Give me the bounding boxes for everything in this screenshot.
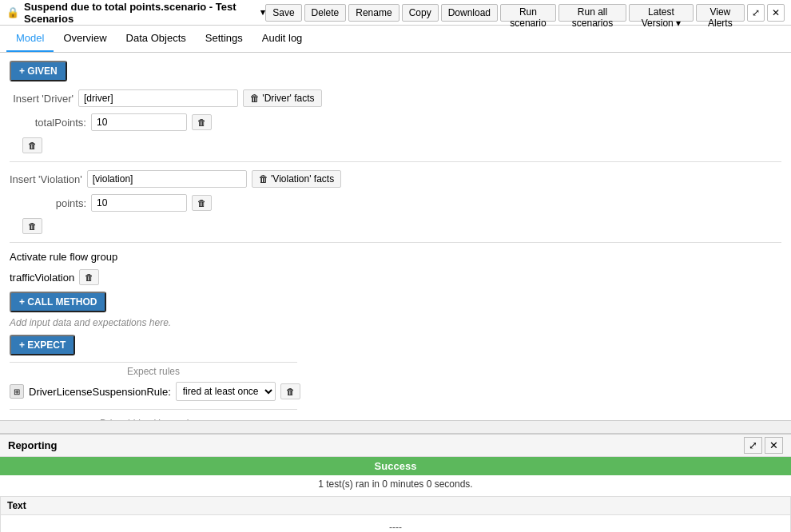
run-all-scenarios-button[interactable]: Run all scenarios: [558, 4, 626, 22]
points-input[interactable]: [91, 194, 187, 212]
insert-driver-row: Insert 'Driver' 🗑 'Driver' facts: [10, 89, 781, 107]
insert-driver-input[interactable]: [78, 89, 238, 107]
report-table-header: Text: [1, 497, 791, 515]
expand-button[interactable]: ⤢: [747, 4, 765, 22]
report-table: Text ----: [0, 496, 791, 532]
total-points-label: totalPoints:: [22, 117, 86, 129]
page-title: Suspend due to total points.scenario - T…: [24, 1, 256, 25]
points-delete-button[interactable]: 🗑: [192, 195, 212, 211]
copy-button[interactable]: Copy: [402, 4, 439, 22]
tab-overview[interactable]: Overview: [54, 26, 116, 52]
traffic-violation-label: trafficViolation: [10, 272, 74, 284]
tab-audit-log[interactable]: Audit log: [252, 26, 312, 52]
expect-rules-label: Expect rules: [10, 362, 297, 377]
driver-extra-row: 🗑: [22, 137, 781, 153]
tabs: Model Overview Data Objects Settings Aud…: [0, 26, 791, 53]
main-content: + GIVEN Insert 'Driver' 🗑 'Driver' facts…: [0, 53, 791, 420]
violation-extra-row: 🗑: [22, 218, 781, 234]
total-points-delete-button[interactable]: 🗑: [192, 114, 212, 130]
insert-violation-row: Insert 'Violation' 🗑 'Violation' facts: [10, 170, 781, 188]
traffic-violation-delete-button[interactable]: 🗑: [79, 269, 99, 285]
call-method-button[interactable]: + CALL METHOD: [10, 292, 106, 312]
insert-driver-label: Insert 'Driver': [10, 93, 74, 105]
points-label: points:: [22, 197, 86, 209]
driver-facts-button[interactable]: 🗑 'Driver' facts: [243, 89, 322, 107]
expect-button[interactable]: + EXPECT: [10, 335, 75, 355]
table-row: ----: [1, 515, 791, 533]
given-button[interactable]: + GIVEN: [10, 61, 67, 81]
save-button[interactable]: Save: [265, 4, 301, 22]
view-alerts-button[interactable]: View Alerts: [696, 4, 745, 22]
reporting-title: Reporting: [8, 439, 57, 451]
traffic-violation-row: trafficViolation 🗑: [10, 269, 781, 285]
rename-button[interactable]: Rename: [348, 4, 399, 22]
expect-section: + EXPECT Expect rules ⊞ DriverLicenseSus…: [10, 335, 781, 420]
dots-label: ----: [7, 518, 784, 532]
call-method-info: Add input data and expectations here.: [10, 317, 781, 328]
total-points-row: totalPoints: 🗑: [22, 113, 781, 131]
insert-violation-input[interactable]: [87, 170, 247, 188]
violation-extra-delete-button[interactable]: 🗑: [22, 218, 42, 234]
reporting-expand-button[interactable]: ⤢: [744, 437, 762, 454]
rule-row: ⊞ DriverLicenseSuspensionRule: fired at …: [10, 382, 781, 401]
latest-version-button[interactable]: Latest Version ▾: [629, 4, 694, 22]
horizontal-scrollbar[interactable]: [0, 420, 791, 433]
title-bar-left: 🔒 Suspend due to total points.scenario -…: [6, 1, 265, 25]
reporting-controls: ⤢ ✕: [744, 437, 783, 454]
title-bar: 🔒 Suspend due to total points.scenario -…: [0, 0, 791, 26]
given-section: + GIVEN Insert 'Driver' 🗑 'Driver' facts…: [10, 61, 781, 285]
call-method-section: + CALL METHOD Add input data and expecta…: [10, 292, 781, 328]
title-bar-actions: Save Delete Rename Copy Download Run sce…: [265, 4, 785, 22]
download-button[interactable]: Download: [441, 4, 498, 22]
tab-model[interactable]: Model: [6, 26, 54, 52]
activate-rule-flow-label: Activate rule flow group: [10, 251, 117, 263]
insert-violation-label: Insert 'Violation': [10, 173, 82, 185]
success-bar: Success: [0, 457, 791, 475]
lock-icon: 🔒: [6, 6, 19, 18]
reporting-panel: Reporting ⤢ ✕ Success 1 test(s) ran in 0…: [0, 433, 791, 532]
rule-name-label: DriverLicenseSuspensionRule:: [29, 386, 171, 398]
delete-button[interactable]: Delete: [304, 4, 347, 22]
run-scenario-button[interactable]: Run scenario: [500, 4, 556, 22]
total-points-input[interactable]: [91, 113, 187, 131]
reporting-header: Reporting ⤢ ✕: [0, 435, 791, 457]
close-button[interactable]: ✕: [767, 4, 785, 22]
rule-dropdown[interactable]: fired at least once never fired fired: [176, 382, 276, 401]
tab-data-objects[interactable]: Data Objects: [117, 26, 196, 52]
tab-settings[interactable]: Settings: [196, 26, 252, 52]
points-row: points: 🗑: [22, 194, 781, 212]
driver-extra-delete-button[interactable]: 🗑: [22, 137, 42, 153]
success-detail: 1 test(s) ran in 0 minutes 0 seconds.: [0, 475, 791, 493]
violation-facts-button[interactable]: 🗑 'Violation' facts: [252, 170, 341, 188]
reporting-close-button[interactable]: ✕: [765, 437, 783, 454]
activate-rule-flow-row: Activate rule flow group: [10, 251, 781, 263]
table-cell-dots: ----: [1, 515, 791, 533]
rule-delete-button[interactable]: 🗑: [280, 383, 300, 399]
rule-table-icon: ⊞: [10, 384, 24, 399]
